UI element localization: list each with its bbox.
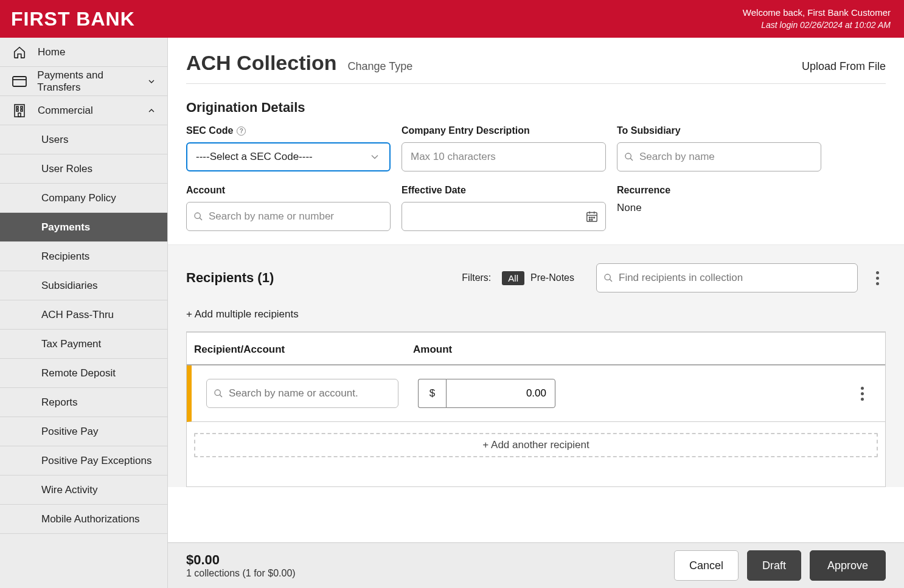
effective-date-label: Effective Date [402,185,606,196]
chevron-up-icon [147,106,156,116]
chevron-down-icon [369,151,381,163]
svg-point-16 [589,217,590,218]
sidebar-item-ach-pass-thru[interactable]: ACH Pass-Thru [0,300,167,330]
recipients-table: Recipient/Account Amount $ [186,331,886,487]
filter-prenotes[interactable]: Pre-Notes [530,272,574,283]
svg-line-9 [630,158,633,161]
svg-rect-3 [16,106,18,108]
svg-point-21 [605,274,610,280]
sec-code-value: ----Select a SEC Code---- [196,151,313,163]
svg-point-18 [594,217,595,218]
sec-code-select[interactable]: ----Select a SEC Code---- [186,142,391,171]
add-multiple-recipients-link[interactable]: + Add multiple recipients [186,308,299,320]
chevron-down-icon [147,77,156,86]
svg-point-10 [195,213,200,218]
search-icon [214,389,223,398]
help-icon[interactable]: ? [237,126,246,136]
recurrence-value: None [617,202,821,214]
company-entry-label: Company Entry Description [402,125,606,136]
svg-rect-6 [21,109,23,111]
sidebar-item-label: Users [41,134,68,146]
svg-point-17 [591,217,593,218]
card-icon [11,76,27,87]
sidebar-item-label: Tax Payment [41,338,101,350]
sidebar-item-label: User Roles [41,163,92,175]
sidebar-item-label: Recipients [41,251,89,263]
to-subsidiary-label: To Subsidiary [617,125,821,136]
approve-button[interactable]: Approve [810,550,886,581]
row-more-menu[interactable] [854,387,871,401]
currency-symbol: $ [418,379,446,408]
svg-point-8 [625,153,631,159]
svg-point-23 [215,390,220,395]
filters-label: Filters: [462,272,491,283]
change-type-link[interactable]: Change Type [347,60,412,73]
recurrence-label: Recurrence [617,185,821,196]
sidebar-item-positive-pay[interactable]: Positive Pay [0,417,167,446]
sidebar-item-user-roles[interactable]: User Roles [0,154,167,184]
sidebar-item-positive-pay-exceptions[interactable]: Positive Pay Exceptions [0,446,167,476]
account-label: Account [186,185,391,196]
cancel-button[interactable]: Cancel [674,550,739,581]
effective-date-input[interactable] [402,202,606,231]
sidebar-item-users[interactable]: Users [0,125,167,154]
main-content: ACH Collection Change Type Upload From F… [168,38,904,588]
upload-from-file-link[interactable]: Upload From File [802,60,886,73]
sidebar-item-home[interactable]: Home [0,38,167,67]
sidebar-item-label: Company Policy [41,192,116,204]
sidebar: Home Payments and Transfers Commercial U… [0,38,168,588]
draft-button[interactable]: Draft [747,550,801,581]
sec-code-label: SEC Code ? [186,125,391,136]
sidebar-item-label: Payments and Transfers [37,69,147,94]
total-amount: $0.00 [186,552,296,568]
sidebar-item-commercial[interactable]: Commercial [0,96,167,125]
total-summary: 1 collections (1 for $0.00) [186,568,296,579]
sidebar-item-label: Wire Activity [41,484,98,496]
sidebar-item-payments[interactable]: Payments [0,213,167,242]
search-icon [603,273,613,283]
sidebar-item-label: Mobile Authorizations [41,513,140,525]
last-login-text: Last login 02/26/2024 at 10:02 AM [743,19,891,31]
search-icon [624,152,634,162]
calendar-icon[interactable] [585,210,599,223]
svg-line-11 [200,218,202,220]
recipient-search-input[interactable] [206,379,398,408]
sidebar-item-mobile-authorizations[interactable]: Mobile Authorizations [0,505,167,534]
sidebar-item-tax-payment[interactable]: Tax Payment [0,330,167,359]
to-subsidiary-input[interactable] [617,142,821,171]
recipients-more-menu[interactable] [869,271,886,285]
col-recipient-label: Recipient/Account [194,344,413,356]
origination-details-heading: Origination Details [186,100,886,116]
table-row: $ [187,365,885,422]
brand-logo: FIRST BANK [11,8,135,30]
welcome-box: Welcome back, First Bank Customer Last l… [743,7,891,30]
recipients-search-input[interactable] [596,263,858,292]
account-input[interactable] [186,202,391,231]
col-amount-label: Amount [413,344,571,356]
sidebar-item-remote-deposit[interactable]: Remote Deposit [0,359,167,388]
sidebar-item-payments-transfers[interactable]: Payments and Transfers [0,67,167,96]
svg-rect-0 [13,77,26,86]
sidebar-item-recipients[interactable]: Recipients [0,242,167,271]
sidebar-item-label: Home [38,46,65,58]
home-icon [11,46,28,59]
sidebar-item-label: ACH Pass-Thru [41,309,114,321]
building-icon [11,104,28,117]
recipients-heading: Recipients (1) [186,270,274,286]
svg-line-24 [220,395,222,397]
filter-all-pill[interactable]: All [502,271,524,285]
page-footer: $0.00 1 collections (1 for $0.00) Cancel… [168,542,904,588]
sidebar-item-label: Reports [41,396,78,409]
amount-input[interactable] [446,379,555,408]
svg-rect-4 [21,106,23,108]
sidebar-item-subsidiaries[interactable]: Subsidiaries [0,271,167,300]
app-header: FIRST BANK Welcome back, First Bank Cust… [0,0,904,38]
add-another-recipient-button[interactable]: + Add another recipient [194,433,878,457]
sidebar-item-reports[interactable]: Reports [0,388,167,417]
svg-rect-7 [18,113,21,117]
sidebar-item-wire-activity[interactable]: Wire Activity [0,476,167,505]
sidebar-item-label: Commercial [38,105,93,117]
divider [186,83,886,84]
company-entry-input[interactable] [402,142,606,171]
sidebar-item-company-policy[interactable]: Company Policy [0,184,167,213]
